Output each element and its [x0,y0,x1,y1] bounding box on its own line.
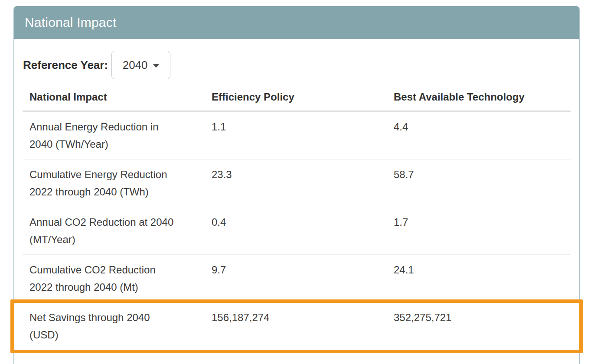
chevron-down-icon [153,64,160,68]
reference-year-label: Reference Year: [23,58,108,72]
table-body: Annual Energy Reduction in 2040 (TWh/Yea… [23,111,571,350]
row-label: Net Savings through 2040 (USD) [23,302,205,350]
row-value-best-available-technology: 24.1 [387,255,571,302]
row-label: Annual CO2 Reduction at 2040 (MT/Year) [23,207,205,255]
row-label: Cumulative Energy Reduction 2022 through… [23,159,205,207]
table-row: Cumulative Energy Reduction 2022 through… [23,159,571,207]
panel-content: Reference Year: 2040 National Impact Eff… [14,39,579,350]
column-header-best-available-technology: Best Available Technology [387,91,571,111]
reference-year-row: Reference Year: 2040 [23,51,571,79]
row-value-best-available-technology: 1.7 [387,207,571,255]
national-impact-panel: National Impact Reference Year: 2040 Nat… [13,6,580,364]
row-value-best-available-technology: 4.4 [387,111,571,159]
row-value-efficiency-policy: 1.1 [205,111,387,159]
reference-year-value: 2040 [123,58,148,72]
row-value-efficiency-policy: 156,187,274 [205,302,387,350]
row-value-efficiency-policy: 9.7 [205,255,387,302]
row-value-efficiency-policy: 0.4 [205,207,387,255]
reference-year-dropdown[interactable]: 2040 [111,51,170,79]
table-row: Cumulative CO2 Reduction 2022 through 20… [23,255,571,302]
column-header-national-impact: National Impact [23,91,205,111]
row-value-best-available-technology: 352,275,721 [387,302,571,350]
row-value-best-available-technology: 58.7 [387,159,571,207]
national-impact-table: National Impact Efficiency Policy Best A… [23,91,571,350]
panel-title: National Impact [25,15,116,30]
panel-header: National Impact [14,6,579,39]
table-row: Annual Energy Reduction in 2040 (TWh/Yea… [23,111,571,159]
table-row: Net Savings through 2040 (USD) 156,187,2… [23,302,571,350]
table-header-row: National Impact Efficiency Policy Best A… [23,91,571,111]
row-label: Cumulative CO2 Reduction 2022 through 20… [23,255,205,302]
row-label: Annual Energy Reduction in 2040 (TWh/Yea… [23,111,205,159]
row-value-efficiency-policy: 23.3 [205,159,387,207]
table-row: Annual CO2 Reduction at 2040 (MT/Year) 0… [23,207,571,255]
column-header-efficiency-policy: Efficiency Policy [205,91,387,111]
